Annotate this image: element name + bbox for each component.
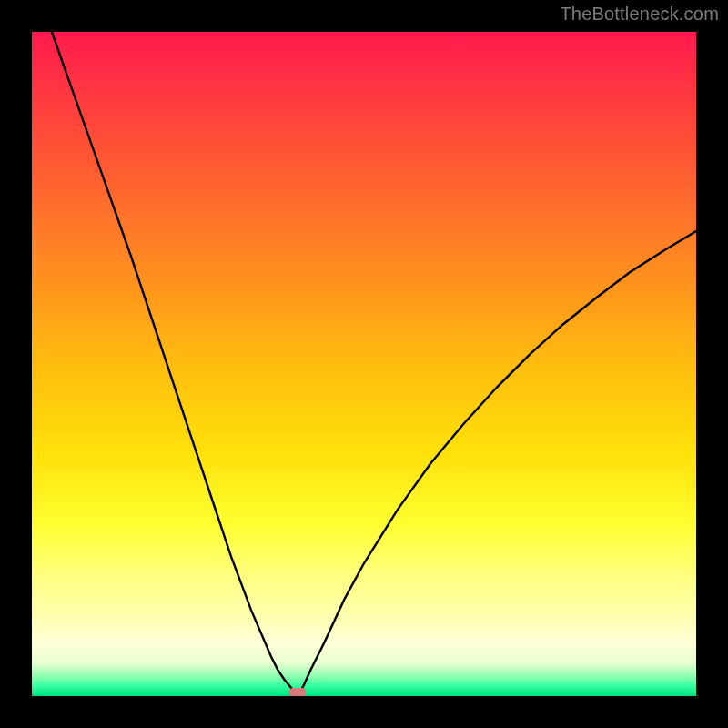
optimum-marker [289, 688, 307, 696]
outer-frame: TheBottleneck.com [0, 0, 728, 728]
watermark-text: TheBottleneck.com [560, 4, 719, 25]
bottleneck-curve [52, 32, 696, 694]
plot-area [32, 32, 696, 696]
curve-svg [32, 32, 696, 696]
